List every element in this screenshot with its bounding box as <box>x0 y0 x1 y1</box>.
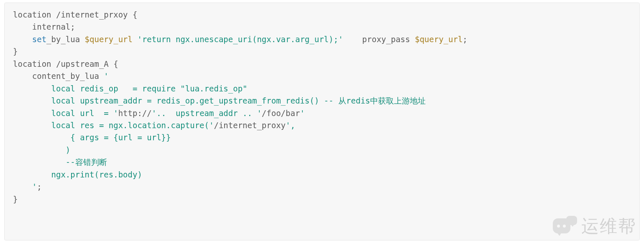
code-text: ; <box>37 182 41 191</box>
code-line: } <box>13 47 18 56</box>
code-string: local res = ngx.location.capture(' <box>13 121 214 130</box>
code-text: content_by_lua <box>13 71 104 81</box>
code-string: { args = {url = url}} <box>13 133 171 142</box>
code-string: local url = ' <box>13 109 118 118</box>
code-line: } <box>13 195 18 204</box>
code-line: location /internet_prxoy { <box>13 10 137 19</box>
code-line: internal; <box>13 22 75 31</box>
code-text <box>133 35 137 44</box>
code-text: _by_lua <box>46 35 85 44</box>
code-variable: $query_url <box>85 35 133 44</box>
code-keyword-set: set <box>32 35 46 44</box>
code-line: location /upstream_A { <box>13 59 118 68</box>
code-string: '.. upstream_addr .. ' <box>152 109 262 118</box>
code-line <box>13 35 32 44</box>
code-text <box>13 182 32 191</box>
code-string: ngx.print(res.body) <box>13 170 142 179</box>
code-string: 'return ngx.unescape_uri(ngx.var.arg_url… <box>137 35 343 44</box>
code-text: /internet_proxy <box>214 121 286 130</box>
code-string: ) <box>13 145 70 154</box>
code-string: local redis_op = require "lua.redis_op" <box>13 84 248 93</box>
code-block: location /internet_prxoy { internal; set… <box>4 3 640 240</box>
code-text: http:// <box>118 109 152 118</box>
code-text: /foo/bar <box>262 109 300 118</box>
code-string: ' <box>32 182 37 191</box>
code-string: ' <box>104 71 108 81</box>
code-variable: $query_url <box>415 35 463 44</box>
code-text: proxy_pass <box>343 35 415 44</box>
code-text: ; <box>463 35 467 44</box>
code-string: --容错判断 <box>13 157 107 167</box>
code-string: ' <box>300 109 304 118</box>
code-string: local upstream_addr = redis_op.get_upstr… <box>13 96 426 105</box>
code-string: ', <box>286 121 295 130</box>
